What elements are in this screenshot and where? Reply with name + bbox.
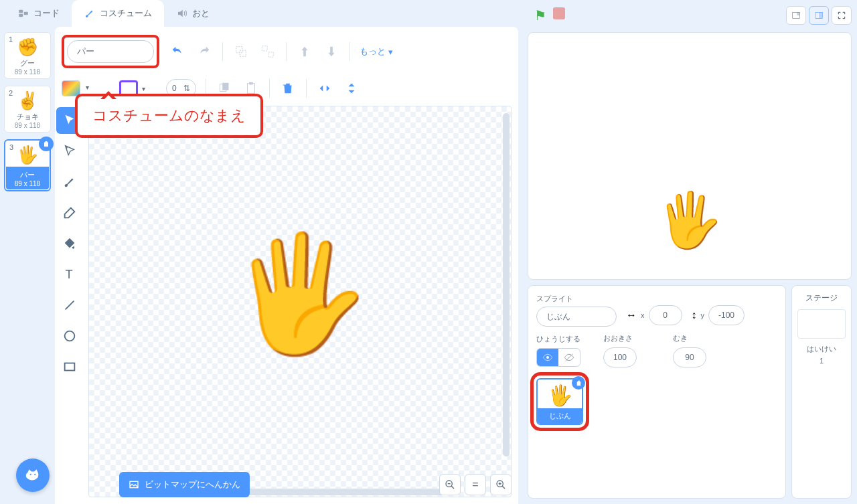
zoom-reset-button[interactable]: = xyxy=(465,474,486,495)
backward-button[interactable] xyxy=(323,43,340,60)
tab-code[interactable]: コード xyxy=(5,0,72,27)
svg-rect-6 xyxy=(268,52,273,57)
canvas-scroll-v[interactable] xyxy=(503,113,510,456)
tab-costumes[interactable]: コスチューム xyxy=(72,0,164,27)
stage-thumb[interactable] xyxy=(797,309,846,339)
green-flag-button[interactable]: ⚑ xyxy=(534,7,546,23)
sound-icon xyxy=(176,7,188,19)
sprite-y-input[interactable]: -100 xyxy=(708,305,745,325)
undo-button[interactable] xyxy=(169,43,186,60)
small-stage-button[interactable] xyxy=(786,6,806,25)
paint-canvas[interactable]: 🖐️ xyxy=(88,106,512,497)
fullscreen-button[interactable] xyxy=(832,6,852,25)
arrows-h-icon: ↔ xyxy=(626,309,637,321)
tab-code-label: コード xyxy=(33,7,60,19)
sprite-x-input[interactable]: 0 xyxy=(649,305,682,325)
redo-button[interactable] xyxy=(196,43,213,60)
image-icon xyxy=(129,479,139,490)
zoom-out-button[interactable] xyxy=(439,474,461,495)
brush-icon xyxy=(84,7,96,19)
svg-point-30 xyxy=(30,474,31,475)
svg-line-19 xyxy=(451,486,454,489)
costume-thumb-2[interactable]: 2 ✌️ チョキ 89 x 118 xyxy=(4,86,51,133)
tool-column: T xyxy=(56,106,86,497)
show-button[interactable] xyxy=(537,349,558,366)
convert-bitmap-button[interactable]: ビットマップにへんかん xyxy=(119,472,250,497)
svg-rect-27 xyxy=(819,12,822,18)
flip-v-button[interactable] xyxy=(343,80,360,97)
tab-costumes-label: コスチューム xyxy=(100,7,152,19)
sprite-item-jibun[interactable]: 🖐️ じぶん xyxy=(536,378,583,425)
visibility-toggle xyxy=(536,348,580,367)
zoom-in-button[interactable] xyxy=(490,474,512,495)
svg-rect-3 xyxy=(236,47,242,53)
add-costume-fab[interactable] xyxy=(16,458,50,492)
costume-thumb-3[interactable]: 3 🖐️ パー 89 x 118 xyxy=(4,139,51,191)
svg-rect-10 xyxy=(249,82,253,85)
tab-sounds-label: おと xyxy=(192,7,210,19)
svg-rect-15 xyxy=(65,363,75,371)
svg-rect-8 xyxy=(222,83,228,90)
more-button[interactable]: もっと ▾ xyxy=(360,46,393,58)
tab-sounds[interactable]: おと xyxy=(164,0,222,27)
ungroup-button[interactable] xyxy=(259,43,277,60)
zoom-controls: = xyxy=(439,474,512,495)
svg-point-11 xyxy=(66,147,68,149)
code-icon xyxy=(17,7,29,19)
annotation-callout: コスチュームのなまえ xyxy=(75,94,263,138)
costume-name-input[interactable] xyxy=(67,40,154,63)
line-tool[interactable] xyxy=(56,292,83,319)
svg-point-31 xyxy=(34,474,35,475)
svg-point-14 xyxy=(65,331,75,341)
forward-button[interactable] xyxy=(296,43,313,60)
delete-button[interactable] xyxy=(279,80,297,97)
sprite-size-input[interactable]: 100 xyxy=(603,347,637,367)
delete-sprite-icon[interactable] xyxy=(572,376,585,390)
svg-rect-25 xyxy=(797,12,799,15)
group-button[interactable] xyxy=(232,43,250,60)
text-tool[interactable]: T xyxy=(56,261,83,288)
svg-rect-5 xyxy=(262,46,267,51)
canvas-content: 🖐️ xyxy=(229,227,371,361)
svg-rect-0 xyxy=(19,10,23,13)
reshape-tool[interactable] xyxy=(56,138,83,165)
flip-h-button[interactable] xyxy=(316,80,333,97)
stage-preview[interactable]: 🖐️ xyxy=(528,32,852,280)
svg-rect-1 xyxy=(19,14,23,17)
hide-button[interactable] xyxy=(558,349,580,366)
stop-button[interactable] xyxy=(553,7,565,19)
delete-costume-icon[interactable] xyxy=(39,137,54,151)
editor-tabs: コード コスチューム おと xyxy=(0,0,522,27)
svg-text:T: T xyxy=(66,267,73,281)
sprite-info-panel: スプライト じぶん ↔ x 0 ↕ y -100 ひょうじする xyxy=(528,285,786,499)
stage-panel[interactable]: ステージ はいけい 1 xyxy=(791,285,852,499)
large-stage-button[interactable] xyxy=(809,6,829,25)
svg-rect-2 xyxy=(24,12,28,15)
circle-tool[interactable] xyxy=(56,323,83,349)
brush-tool[interactable] xyxy=(56,169,83,195)
svg-rect-4 xyxy=(240,50,246,56)
svg-line-13 xyxy=(66,301,74,310)
stage-sprite: 🖐️ xyxy=(656,189,723,252)
sprite-direction-input[interactable]: 90 xyxy=(673,347,706,367)
svg-rect-9 xyxy=(247,84,254,94)
svg-point-28 xyxy=(546,356,549,359)
rect-tool[interactable] xyxy=(56,353,83,380)
costume-thumbnails: 1 ✊ グー 89 x 118 2 ✌️ チョキ 89 x 118 3 🖐️ パ… xyxy=(0,27,55,504)
costume-name-highlight xyxy=(62,35,159,68)
fill-tool[interactable] xyxy=(56,230,83,257)
eraser-tool[interactable] xyxy=(56,199,83,226)
fill-color[interactable] xyxy=(62,80,80,96)
sprite-name-input[interactable]: じぶん xyxy=(536,307,617,327)
arrows-v-icon: ↕ xyxy=(692,309,697,321)
cat-icon xyxy=(24,467,42,484)
costume-thumb-1[interactable]: 1 ✊ グー 89 x 118 xyxy=(4,32,51,79)
svg-line-23 xyxy=(502,486,505,489)
sprite-label: スプライト xyxy=(536,294,617,304)
